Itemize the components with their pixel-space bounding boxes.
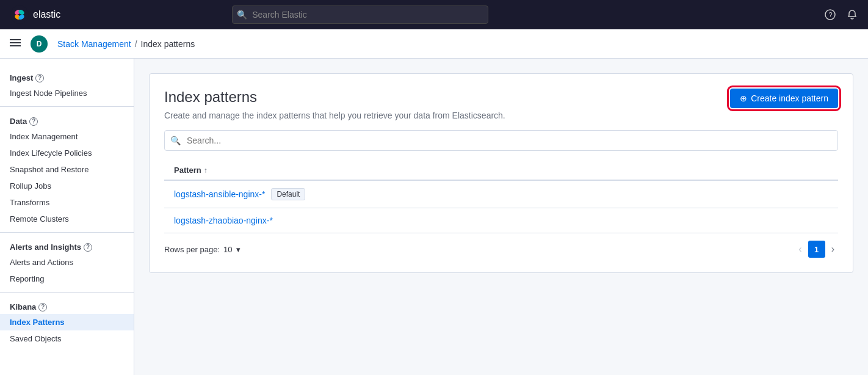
table-row[interactable]: logstash-ansible-nginx-* Default bbox=[164, 181, 838, 208]
sidebar-item-remote-clusters[interactable]: Remote Clusters bbox=[0, 211, 134, 227]
current-page-number[interactable]: 1 bbox=[808, 241, 825, 258]
sidebar-section-kibana: Kibana ? bbox=[0, 297, 134, 314]
sidebar-section-alerts: Alerts and Insights ? bbox=[0, 238, 134, 254]
table-header: Pattern ↑ bbox=[164, 161, 838, 181]
kibana-help-icon[interactable]: ? bbox=[38, 303, 47, 311]
svg-text:?: ? bbox=[828, 11, 832, 18]
search-container: 🔍 bbox=[164, 130, 838, 151]
top-nav-right: ? bbox=[824, 9, 858, 21]
next-page-button[interactable]: › bbox=[828, 242, 838, 256]
chevron-down-icon: ▾ bbox=[236, 245, 241, 254]
sort-icon: ↑ bbox=[204, 166, 208, 175]
breadcrumb-current: Index patterns bbox=[141, 39, 195, 49]
sidebar: Ingest ? Ingest Node Pipelines Data ? In… bbox=[0, 59, 134, 375]
elastic-logo-icon bbox=[10, 5, 29, 24]
ingest-help-icon[interactable]: ? bbox=[35, 74, 44, 82]
sidebar-item-index-lifecycle-policies[interactable]: Index Lifecycle Policies bbox=[0, 145, 134, 161]
elastic-logo[interactable]: elastic bbox=[10, 5, 60, 24]
sidebar-section-ingest: Ingest ? bbox=[0, 68, 134, 85]
alerts-help-icon[interactable]: ? bbox=[84, 243, 92, 252]
column-pattern-header[interactable]: Pattern ↑ bbox=[174, 166, 208, 175]
sidebar-divider-3 bbox=[0, 292, 134, 293]
plus-icon: ⊕ bbox=[740, 93, 747, 103]
content-header: Index patterns Create and manage the ind… bbox=[164, 89, 838, 120]
page-controls: ‹ 1 › bbox=[795, 241, 838, 258]
svg-rect-8 bbox=[10, 42, 21, 43]
sidebar-item-index-patterns[interactable]: Index Patterns bbox=[0, 314, 134, 330]
breadcrumb-bar: D Stack Management / Index patterns bbox=[0, 29, 868, 59]
main-layout: Ingest ? Ingest Node Pipelines Data ? In… bbox=[0, 59, 868, 375]
global-search-input[interactable] bbox=[232, 5, 488, 24]
sidebar-item-snapshot-restore[interactable]: Snapshot and Restore bbox=[0, 161, 134, 178]
breadcrumb: Stack Management / Index patterns bbox=[57, 39, 195, 49]
help-icon[interactable]: ? bbox=[824, 9, 836, 21]
top-navigation: elastic 🔍 ? bbox=[0, 0, 868, 29]
sidebar-divider-2 bbox=[0, 232, 134, 233]
default-badge: Default bbox=[271, 188, 305, 200]
sidebar-section-data: Data ? bbox=[0, 112, 134, 128]
create-index-pattern-button[interactable]: ⊕ Create index pattern bbox=[730, 89, 838, 108]
search-icon: 🔍 bbox=[237, 10, 247, 20]
svg-rect-9 bbox=[10, 45, 21, 46]
pattern-link-2[interactable]: logstash-zhaobiao-nginx-* bbox=[174, 216, 273, 225]
notifications-icon[interactable] bbox=[846, 9, 858, 21]
content-card: Index patterns Create and manage the ind… bbox=[149, 73, 853, 273]
pagination: Rows per page: 10 ▾ ‹ 1 › bbox=[164, 233, 838, 258]
sidebar-divider-1 bbox=[0, 106, 134, 107]
rows-per-page-label: Rows per page: bbox=[164, 245, 220, 254]
pattern-link-1[interactable]: logstash-ansible-nginx-* bbox=[174, 189, 265, 199]
svg-point-0 bbox=[10, 5, 29, 24]
sidebar-item-transforms[interactable]: Transforms bbox=[0, 194, 134, 211]
svg-rect-7 bbox=[10, 39, 21, 40]
data-help-icon[interactable]: ? bbox=[29, 117, 38, 126]
search-icon: 🔍 bbox=[170, 136, 181, 145]
rows-per-page-control[interactable]: Rows per page: 10 ▾ bbox=[164, 245, 241, 254]
sidebar-item-saved-objects[interactable]: Saved Objects bbox=[0, 330, 134, 347]
search-input[interactable] bbox=[164, 130, 838, 151]
sidebar-item-alerts-actions[interactable]: Alerts and Actions bbox=[0, 254, 134, 271]
page-description: Create and manage the index patterns tha… bbox=[164, 111, 505, 120]
logo-text: elastic bbox=[33, 9, 60, 20]
page-title: Index patterns bbox=[164, 89, 505, 106]
global-search-bar[interactable]: 🔍 bbox=[232, 5, 488, 24]
breadcrumb-parent[interactable]: Stack Management bbox=[57, 39, 131, 49]
hamburger-menu[interactable] bbox=[10, 37, 21, 50]
table-row[interactable]: logstash-zhaobiao-nginx-* bbox=[164, 208, 838, 233]
sidebar-item-reporting[interactable]: Reporting bbox=[0, 271, 134, 287]
sidebar-item-rollup-jobs[interactable]: Rollup Jobs bbox=[0, 178, 134, 194]
prev-page-button[interactable]: ‹ bbox=[795, 242, 805, 256]
header-text: Index patterns Create and manage the ind… bbox=[164, 89, 505, 120]
user-avatar[interactable]: D bbox=[31, 35, 48, 53]
main-content: Index patterns Create and manage the ind… bbox=[134, 59, 868, 375]
sidebar-item-ingest-node-pipelines[interactable]: Ingest Node Pipelines bbox=[0, 85, 134, 101]
sidebar-item-index-management[interactable]: Index Management bbox=[0, 128, 134, 145]
rows-per-page-value: 10 bbox=[223, 245, 232, 254]
breadcrumb-separator: / bbox=[135, 39, 137, 49]
